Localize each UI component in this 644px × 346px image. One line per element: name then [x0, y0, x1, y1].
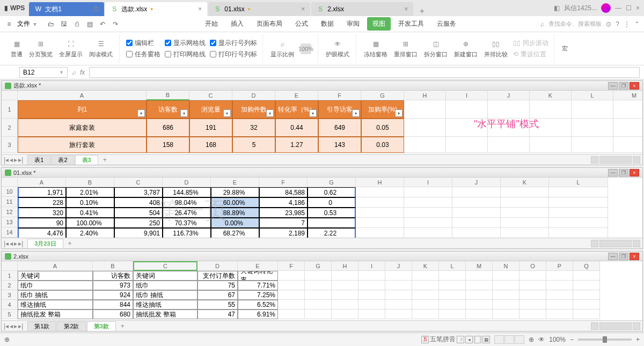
row-header[interactable]: 5 [2, 310, 18, 319]
cell[interactable]: 加购率(%)▾ [361, 100, 404, 119]
view-break-btn[interactable] [515, 335, 524, 344]
minimize-icon[interactable]: — [615, 4, 621, 12]
cell[interactable]: 88.89% [211, 208, 259, 218]
view-reading[interactable]: ☰阅读模式 [86, 38, 116, 60]
cell[interactable] [519, 281, 546, 290]
check-formula-bar[interactable]: 编辑栏 [126, 39, 160, 48]
print-icon[interactable]: ⎙ [72, 19, 82, 29]
col-header[interactable]: K [501, 178, 549, 187]
view-fullscreen[interactable]: ⛶全屏显示 [56, 38, 86, 60]
cell[interactable]: 144.85% [163, 187, 211, 197]
grid-3[interactable]: 12345 ABCDEFGHIJKLMNOPQ 关键词访客数关键词支付订单数关键… [2, 261, 642, 320]
cell[interactable] [439, 271, 466, 281]
cell[interactable] [466, 271, 493, 281]
col-header[interactable]: D [163, 178, 211, 187]
cell[interactable] [501, 197, 549, 208]
col-header[interactable]: A [18, 91, 147, 100]
cell[interactable] [573, 271, 600, 281]
cell[interactable] [358, 300, 385, 310]
tab-close-icon[interactable]: ⊡ [93, 5, 99, 13]
cell[interactable] [546, 310, 573, 319]
nav-prev[interactable]: ◂ [10, 240, 13, 247]
cell[interactable] [278, 281, 305, 290]
cell[interactable]: 649 [318, 119, 361, 137]
check-show-headings[interactable]: 显示行号列标 [210, 39, 257, 48]
scroll-right[interactable] [633, 156, 640, 164]
cell[interactable] [278, 290, 305, 300]
check-print-gridlines[interactable]: 打印网格线 [165, 50, 206, 59]
cell[interactable] [412, 281, 439, 290]
col-header[interactable]: M [466, 261, 493, 271]
col-header[interactable]: N [493, 261, 519, 271]
avatar[interactable] [601, 3, 611, 13]
side-by-side[interactable]: ▯▯并排比较 [481, 38, 511, 60]
cell[interactable] [404, 197, 452, 208]
cell[interactable] [530, 137, 572, 153]
nav-first[interactable]: |◂ [4, 240, 9, 247]
cell[interactable]: 0.62 [308, 187, 356, 197]
close-icon[interactable]: × [636, 4, 640, 12]
cell[interactable]: 7 [259, 218, 308, 228]
col-header[interactable]: H [404, 91, 446, 100]
cell[interactable] [466, 300, 493, 310]
user-name[interactable]: 风信1425... [564, 4, 597, 13]
cell[interactable] [493, 281, 519, 290]
cell[interactable] [358, 290, 385, 300]
filter-button[interactable]: ▾ [266, 109, 274, 117]
cell[interactable] [332, 281, 358, 290]
cell[interactable] [385, 271, 412, 281]
row-header[interactable]: 2 [2, 119, 18, 137]
pane-restore[interactable]: ❐ [619, 169, 628, 176]
col-header[interactable]: C [114, 178, 163, 187]
cell[interactable] [519, 300, 546, 310]
filter-button[interactable]: ▾ [137, 109, 145, 117]
cell[interactable] [613, 119, 642, 137]
cell[interactable] [385, 310, 412, 319]
cell[interactable]: 家庭套装 [18, 119, 147, 137]
cell[interactable] [356, 208, 404, 218]
view-normal-btn[interactable] [494, 335, 504, 344]
cell[interactable] [358, 271, 385, 281]
cell[interactable]: 0.05 [361, 119, 404, 137]
cell[interactable]: 访客数▾ [147, 100, 189, 119]
cell[interactable]: 维达抽纸 [133, 300, 197, 310]
cell[interactable]: 1,971 [18, 187, 66, 197]
ime-indicator[interactable]: 五五笔拼音 ☽◂⋮⋮▦ [421, 335, 490, 344]
cell[interactable] [305, 281, 332, 290]
collapse-ribbon-icon[interactable]: ⌃ [634, 20, 640, 28]
cell[interactable] [549, 187, 608, 197]
sheet-tab-active[interactable]: 3月23日 [27, 239, 63, 248]
cell[interactable] [573, 310, 600, 319]
zoom-slider[interactable] [578, 338, 632, 341]
check-task-pane[interactable]: 任务窗格 [126, 50, 160, 59]
pane-restore[interactable]: ❐ [619, 82, 628, 90]
row-header[interactable]: 11 [2, 197, 18, 207]
cell[interactable]: 29.88% [211, 187, 259, 197]
more-icon[interactable]: ⋮ [624, 20, 630, 28]
cell[interactable]: 68.27% [211, 228, 259, 238]
tab-close-icon[interactable]: × [404, 5, 408, 13]
cell[interactable] [519, 271, 546, 281]
freeze-panes[interactable]: ▦冻结窗格 [361, 38, 391, 60]
nav-last[interactable]: ▸| [18, 240, 23, 247]
col-header[interactable]: L [572, 91, 613, 100]
view-page-break[interactable]: ⊞分页预览 [26, 38, 56, 60]
cell[interactable] [332, 271, 358, 281]
menu-tab-layout[interactable]: 页面布局 [251, 17, 288, 31]
cell[interactable] [452, 187, 501, 197]
nav-next[interactable]: ▸ [14, 322, 17, 330]
cell[interactable] [493, 271, 519, 281]
cell[interactable] [305, 300, 332, 310]
new-tab-button[interactable]: + [414, 6, 429, 16]
zoom-value[interactable]: 100% [549, 336, 566, 343]
redo-icon[interactable]: ↷ [111, 19, 120, 29]
cell[interactable]: 抽纸批发 整箱 [133, 310, 197, 319]
cell[interactable] [332, 290, 358, 300]
grid-2[interactable]: 1011121314 ABCDEFGHIJKL 1,9712.01%3,7871… [2, 178, 642, 238]
scroll-thumb[interactable] [599, 322, 632, 330]
cell[interactable] [446, 100, 488, 119]
cell[interactable] [356, 228, 404, 238]
doc-tab-excel[interactable]: S 2.xlsx × [311, 2, 413, 16]
scroll-thumb[interactable] [599, 240, 632, 247]
col-header[interactable]: B [147, 91, 189, 100]
